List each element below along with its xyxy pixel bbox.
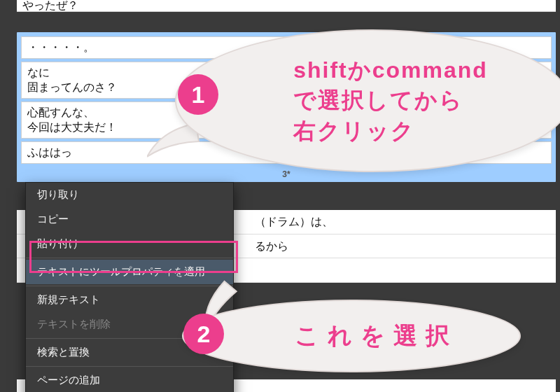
annotation-number-2: 2 (183, 314, 224, 354)
menu-item-cut[interactable]: 切り取り (26, 183, 233, 207)
context-menu: 切り取り コピー 貼り付け テキストにツールプロパティを適用 新規テキスト テキ… (25, 182, 234, 392)
menu-separator (26, 286, 233, 286)
menu-item-paste[interactable]: 貼り付け (26, 232, 233, 256)
annotation-text-2: これを選択 (246, 320, 458, 352)
menu-item-add-page[interactable]: ページの追加 (26, 368, 233, 392)
text-row-0: やったぜ？ (22, 0, 78, 13)
menu-separator (26, 258, 233, 258)
menu-separator (26, 366, 233, 367)
annotation-bubble-1: shiftかcommand で選択してから 右クリック (175, 29, 560, 172)
text-row-cropped (17, 0, 556, 12)
tab-label: 3* (20, 167, 553, 179)
annotation-bubble-2: これを選択 (182, 300, 521, 372)
annotation-text-1: shiftかcommand で選択してから 右クリック (223, 55, 522, 146)
annotation-number-1: 1 (178, 74, 218, 115)
menu-item-copy[interactable]: コピー (26, 207, 233, 232)
menu-item-apply-tool-property[interactable]: テキストにツールプロパティを適用 (26, 260, 233, 284)
